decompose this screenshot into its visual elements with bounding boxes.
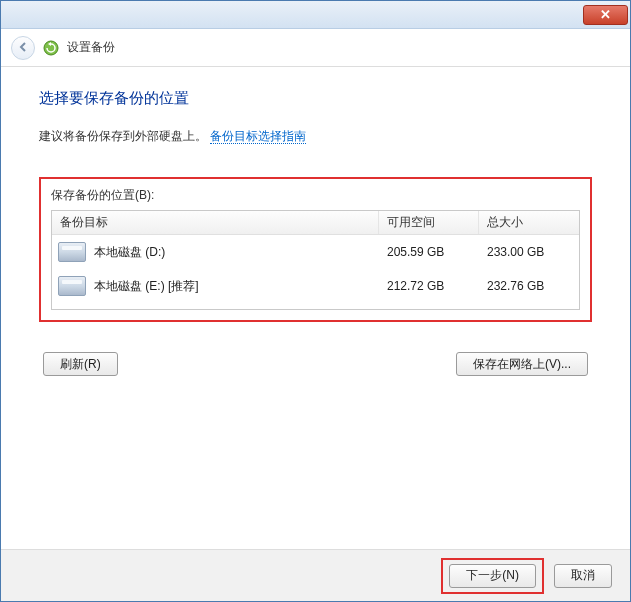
drive-total: 233.00 GB: [479, 245, 579, 259]
list-header: 备份目标 可用空间 总大小: [52, 211, 579, 235]
footer-bar: 下一步(N) 取消: [1, 549, 630, 601]
middle-button-row: 刷新(R) 保存在网络上(V)...: [39, 352, 592, 376]
drive-free: 205.59 GB: [379, 245, 479, 259]
close-button[interactable]: ✕: [583, 5, 628, 25]
breadcrumb: 设置备份: [67, 39, 115, 56]
content-area: 选择要保存备份的位置 建议将备份保存到外部硬盘上。 备份目标选择指南 保存备份的…: [1, 67, 630, 549]
next-button[interactable]: 下一步(N): [449, 564, 536, 588]
cancel-button[interactable]: 取消: [554, 564, 612, 588]
column-header-free[interactable]: 可用空间: [379, 211, 479, 234]
drive-total: 232.76 GB: [479, 279, 579, 293]
save-network-button[interactable]: 保存在网络上(V)...: [456, 352, 588, 376]
close-icon: ✕: [600, 7, 611, 22]
drive-name: 本地磁盘 (D:): [94, 244, 165, 261]
back-button[interactable]: [11, 36, 35, 60]
drive-icon: [58, 276, 86, 296]
list-item[interactable]: 本地磁盘 (D:) 205.59 GB 233.00 GB: [52, 235, 579, 269]
hint-link[interactable]: 备份目标选择指南: [210, 129, 306, 144]
backup-icon: [43, 40, 59, 56]
highlight-box-list: 保存备份的位置(B): 备份目标 可用空间 总大小 本地磁盘 (D:) 205.…: [39, 177, 592, 322]
refresh-button[interactable]: 刷新(R): [43, 352, 118, 376]
dialog-window: ✕ 设置备份 选择要保存备份的位置 建议将备份保存到外部硬盘上。 备份目标选择指…: [0, 0, 631, 602]
titlebar: ✕: [1, 1, 630, 29]
header-bar: 设置备份: [1, 29, 630, 67]
column-header-name[interactable]: 备份目标: [52, 211, 379, 234]
drive-list: 备份目标 可用空间 总大小 本地磁盘 (D:) 205.59 GB 233.00…: [51, 210, 580, 310]
column-header-total[interactable]: 总大小: [479, 211, 579, 234]
drive-icon: [58, 242, 86, 262]
highlight-box-next: 下一步(N): [441, 558, 544, 594]
back-arrow-icon: [17, 40, 29, 56]
drive-name: 本地磁盘 (E:) [推荐]: [94, 278, 199, 295]
hint-text-line: 建议将备份保存到外部硬盘上。 备份目标选择指南: [39, 128, 592, 145]
list-label: 保存备份的位置(B):: [51, 187, 580, 204]
list-item[interactable]: 本地磁盘 (E:) [推荐] 212.72 GB 232.76 GB: [52, 269, 579, 303]
drive-free: 212.72 GB: [379, 279, 479, 293]
page-title: 选择要保存备份的位置: [39, 89, 592, 108]
hint-text: 建议将备份保存到外部硬盘上。: [39, 129, 207, 143]
